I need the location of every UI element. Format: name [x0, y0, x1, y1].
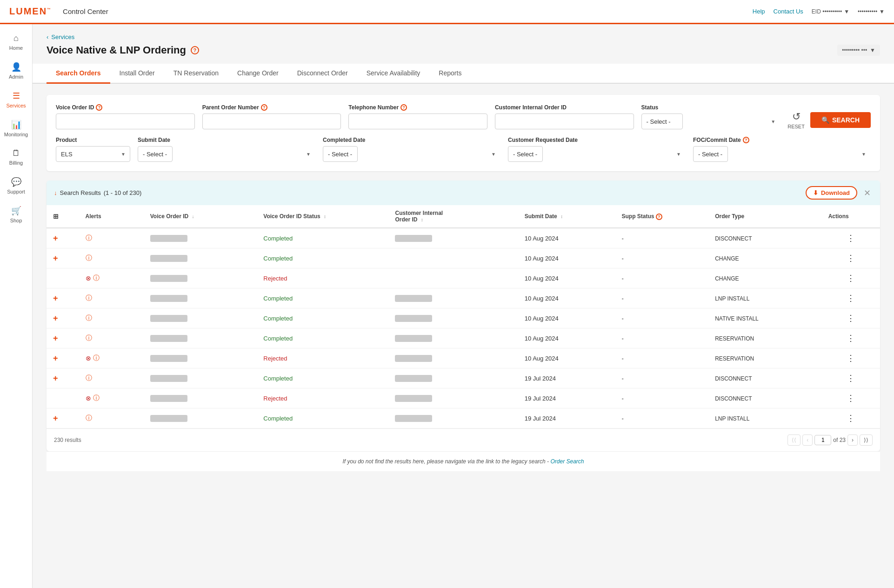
voice-status-sort-icon[interactable]: ↕ — [324, 214, 326, 219]
row-actions-button[interactable]: ⋮ — [845, 393, 857, 403]
cell-supp-status: - — [615, 328, 709, 348]
sidebar-label-monitoring: Monitoring — [4, 132, 28, 137]
row-actions-button[interactable]: ⋮ — [845, 273, 857, 283]
parent-order-number-input[interactable] — [202, 114, 341, 129]
cell-customer-internal-order-id: ••• ••••• •••• — [388, 328, 518, 348]
foc-commit-date-select[interactable]: - Select - — [693, 146, 728, 162]
pagination-first-button[interactable]: ⟨⟨ — [787, 434, 801, 446]
voice-order-id-label: Voice Order ID ? — [56, 104, 195, 111]
expand-row-button[interactable]: + — [53, 254, 58, 263]
cell-order-type: DISCONNECT — [708, 228, 822, 248]
cell-order-type: DISCONNECT — [708, 388, 822, 408]
row-actions-button[interactable]: ⋮ — [845, 313, 857, 323]
sidebar-item-support[interactable]: 💬 Support — [0, 172, 32, 199]
sidebar: ⌂ Home 👤 Admin ☰ Services 📊 Monitoring 🗒… — [0, 24, 33, 588]
expand-row-button[interactable]: + — [53, 294, 58, 303]
voice-order-id-value: ••••••• — [150, 415, 187, 422]
telephone-number-field: Telephone Number ? — [348, 104, 487, 129]
foc-commit-date-select-wrapper: - Select - — [693, 146, 871, 162]
tab-reports[interactable]: Reports — [429, 64, 471, 84]
status-value: Completed — [263, 295, 293, 302]
sidebar-item-billing[interactable]: 🗒 Billing — [0, 144, 32, 170]
tab-tn-reservation[interactable]: TN Reservation — [164, 64, 228, 84]
voice-order-id-value: ••••••••• — [150, 295, 187, 302]
expand-row-button[interactable]: + — [53, 374, 58, 383]
table-row: + ⓘ •••••••• Completed ••• ••••• •••• 10… — [47, 328, 880, 348]
sidebar-label-services: Services — [6, 103, 26, 108]
sidebar-item-monitoring[interactable]: 📊 Monitoring — [0, 115, 32, 142]
customer-requested-date-select[interactable]: - Select - — [508, 146, 543, 162]
cell-customer-internal-order-id: ••••••••••••••• — [388, 288, 518, 308]
expand-row-button[interactable]: + — [53, 354, 58, 363]
help-link[interactable]: Help — [753, 8, 765, 15]
reset-button[interactable]: ↺ RESET — [787, 111, 805, 129]
pagination-prev-button[interactable]: ‹ — [802, 434, 813, 446]
parent-order-number-info-icon[interactable]: ? — [261, 104, 267, 111]
telephone-number-info-icon[interactable]: ? — [400, 104, 407, 111]
cell-customer-internal-order-id: •••••••••• •••• — [388, 228, 518, 248]
tab-service-availability[interactable]: Service Availability — [357, 64, 430, 84]
close-results-button[interactable]: ✕ — [862, 188, 873, 198]
submit-date-sort-icon[interactable]: ↕ — [560, 214, 563, 219]
voice-order-id-value: ••••••••• — [150, 375, 187, 382]
row-actions-button[interactable]: ⋮ — [845, 333, 857, 343]
search-form: Voice Order ID ? Parent Order Number ? T… — [47, 95, 880, 171]
row-actions-button[interactable]: ⋮ — [845, 373, 857, 383]
pagination-last-button[interactable]: ⟩⟩ — [860, 434, 873, 446]
row-actions-button[interactable]: ⋮ — [845, 353, 857, 363]
search-button[interactable]: 🔍 SEARCH — [810, 112, 871, 128]
sidebar-item-services[interactable]: ☰ Services — [0, 86, 32, 113]
order-type-value: DISCONNECT — [715, 395, 752, 402]
supp-status-info-icon[interactable]: ? — [656, 214, 662, 220]
row-actions-button[interactable]: ⋮ — [845, 233, 857, 243]
voice-order-id-input[interactable] — [56, 114, 195, 129]
app-title: Control Center — [63, 7, 108, 15]
download-button[interactable]: ⬇ Download — [806, 186, 857, 200]
completed-date-select[interactable]: - Select - — [323, 146, 358, 162]
breadcrumb-services-link[interactable]: Services — [51, 33, 74, 40]
row-actions-button[interactable]: ⋮ — [845, 253, 857, 263]
customer-internal-order-id-field: Customer Internal Order ID — [495, 104, 634, 129]
tab-search-orders[interactable]: Search Orders — [47, 64, 110, 84]
submit-date-select[interactable]: - Select - — [138, 146, 173, 162]
sidebar-item-admin[interactable]: 👤 Admin — [0, 57, 32, 84]
eid-dropdown[interactable]: EID •••••••••• ▼ — [812, 8, 849, 15]
cell-expand: + — [47, 408, 79, 428]
voice-order-id-value: •••••••• — [150, 275, 187, 282]
parent-order-number-field: Parent Order Number ? — [202, 104, 341, 129]
cell-actions: ⋮ — [822, 228, 880, 248]
status-select[interactable]: - Select - Completed Rejected Pending In… — [641, 114, 683, 129]
expand-row-button[interactable]: + — [53, 234, 58, 243]
cell-supp-status: - — [615, 408, 709, 428]
telephone-number-input[interactable] — [348, 114, 487, 129]
tab-change-order[interactable]: Change Order — [228, 64, 288, 84]
tab-install-order[interactable]: Install Order — [110, 64, 164, 84]
download-label: Download — [821, 189, 850, 196]
account-dropdown-top[interactable]: •••••••••• ▼ — [858, 8, 885, 15]
contact-us-link[interactable]: Contact Us — [774, 8, 803, 15]
product-select[interactable]: ELS LNP Native — [56, 146, 130, 162]
expand-row-button[interactable]: + — [53, 414, 58, 423]
row-actions-button[interactable]: ⋮ — [845, 413, 857, 423]
cell-alerts: ⓘ — [79, 328, 144, 348]
row-actions-button[interactable]: ⋮ — [845, 293, 857, 303]
foc-commit-date-info-icon[interactable]: ? — [743, 137, 749, 143]
voice-order-id-sort-icon[interactable]: ↓ — [192, 214, 194, 219]
account-dropdown-page[interactable]: ••••••••• ••• ▼ — [837, 45, 880, 56]
pagination-next-button[interactable]: › — [847, 434, 858, 446]
expand-row-button[interactable]: + — [53, 314, 58, 323]
pagination-page-input[interactable] — [814, 435, 831, 445]
page-info-icon[interactable]: ? — [191, 46, 199, 54]
tab-disconnect-order[interactable]: Disconnect Order — [288, 64, 357, 84]
sidebar-item-home[interactable]: ⌂ Home — [0, 29, 32, 55]
customer-internal-order-id-input[interactable] — [495, 114, 634, 129]
sidebar-item-shop[interactable]: 🛒 Shop — [0, 201, 32, 228]
expand-all-icon[interactable]: ⊞ — [53, 213, 59, 220]
coid-sort-icon[interactable]: ↕ — [421, 217, 423, 222]
results-sort-icon: ↓ — [54, 189, 57, 196]
cell-voice-order-id: ••••••• — [144, 408, 257, 428]
expand-row-button[interactable]: + — [53, 334, 58, 343]
cell-supp-status: - — [615, 348, 709, 368]
voice-order-id-info-icon[interactable]: ? — [96, 104, 102, 111]
order-search-link[interactable]: Order Search — [550, 458, 584, 465]
